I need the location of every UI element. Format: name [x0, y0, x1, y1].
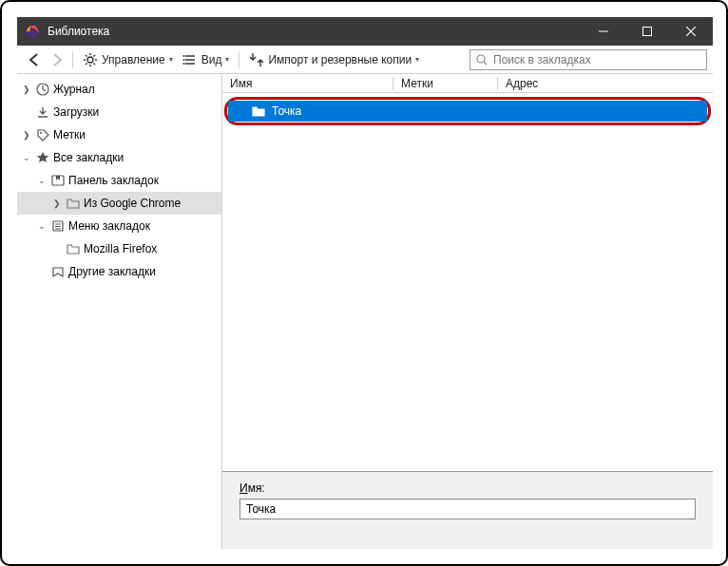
- chevron-down-icon: ▾: [415, 55, 419, 64]
- chevron-right-icon[interactable]: ❯: [21, 85, 32, 94]
- sidebar-label: Панель закладок: [68, 174, 159, 187]
- svg-line-13: [94, 55, 96, 57]
- import-menu[interactable]: Импорт и резервные копии ▾: [245, 50, 423, 69]
- svg-line-21: [484, 62, 487, 65]
- svg-point-5: [87, 57, 93, 63]
- svg-rect-2: [643, 28, 652, 36]
- chevron-right-icon[interactable]: ❯: [21, 130, 32, 140]
- bookmarks-menu-icon: [50, 218, 66, 234]
- import-export-icon: [249, 52, 264, 67]
- chevron-down-icon: ▾: [225, 55, 229, 64]
- svg-line-12: [86, 63, 87, 65]
- chevron-down-icon[interactable]: ⌄: [36, 176, 48, 185]
- sidebar-label: Все закладки: [53, 151, 124, 164]
- sidebar-item-menu-folder[interactable]: ⌄ Меню закладок: [17, 215, 221, 237]
- tag-icon: [35, 127, 50, 142]
- chevron-down-icon: ▾: [169, 55, 173, 64]
- manage-menu[interactable]: Управление ▾: [79, 50, 177, 69]
- column-address[interactable]: Адрес: [498, 77, 713, 90]
- svg-point-17: [182, 55, 184, 57]
- sidebar-label: Из Google Chrome: [84, 197, 181, 210]
- search-box[interactable]: [469, 49, 707, 70]
- sidebar-label: Метки: [53, 128, 86, 142]
- list-row-label: Точка: [272, 104, 301, 118]
- close-button[interactable]: [669, 17, 713, 46]
- sidebar-item-history[interactable]: ❯ Журнал: [17, 78, 221, 101]
- sidebar-item-other-bookmarks[interactable]: ❯ Другие закладки: [17, 260, 221, 283]
- minimize-button[interactable]: [582, 17, 625, 46]
- svg-point-19: [182, 63, 184, 65]
- window-title: Библиотека: [48, 25, 109, 38]
- main-panel: Имя Метки Адрес Точка Имя:: [222, 74, 713, 549]
- chevron-down-icon[interactable]: ⌄: [21, 153, 32, 162]
- import-label: Импорт и резервные копии: [268, 53, 412, 66]
- star-icon: [35, 150, 50, 165]
- sidebar-label: Другие закладки: [68, 265, 156, 278]
- search-input[interactable]: [491, 52, 700, 67]
- details-name-label: Имя:: [239, 481, 265, 495]
- sidebar-label: Меню закладок: [68, 219, 150, 233]
- manage-label: Управление: [102, 53, 165, 66]
- view-menu[interactable]: Вид ▾: [179, 50, 234, 69]
- view-label: Вид: [201, 53, 222, 66]
- chevron-right-icon[interactable]: ❯: [51, 198, 63, 208]
- maximize-button[interactable]: [625, 17, 669, 46]
- back-button[interactable]: [23, 50, 44, 69]
- column-name[interactable]: Имя: [222, 77, 393, 90]
- sidebar-item-from-chrome[interactable]: ❯ Из Google Chrome: [17, 192, 221, 215]
- firefox-icon: [25, 24, 40, 39]
- bookmarks-toolbar-icon: [50, 173, 66, 188]
- svg-point-20: [477, 55, 485, 63]
- folder-icon: [251, 104, 266, 119]
- chevron-down-icon[interactable]: ⌄: [36, 221, 48, 231]
- sidebar-label: Журнал: [53, 83, 95, 96]
- search-icon: [476, 54, 488, 66]
- sidebar: ❯ Журнал ❯ Загрузки ❯ Метки ⌄ Вс: [17, 74, 222, 549]
- other-bookmarks-icon: [50, 264, 66, 279]
- details-panel: Имя:: [222, 471, 713, 549]
- toolbar: Управление ▾ Вид ▾ Импорт и резервные ко…: [17, 46, 713, 74]
- sidebar-item-toolbar-folder[interactable]: ⌄ Панель закладок: [17, 169, 221, 192]
- svg-point-23: [40, 132, 42, 134]
- sidebar-item-downloads[interactable]: ❯ Загрузки: [17, 101, 221, 123]
- download-icon: [35, 104, 50, 120]
- sidebar-item-tags[interactable]: ❯ Метки: [17, 123, 221, 146]
- folder-icon: [66, 196, 81, 211]
- sidebar-item-all-bookmarks[interactable]: ⌄ Все закладки: [17, 146, 221, 169]
- list-icon: [182, 52, 198, 67]
- clock-icon: [35, 82, 50, 97]
- sidebar-item-mozilla[interactable]: ❯ Mozilla Firefox: [17, 237, 221, 260]
- svg-line-10: [86, 55, 87, 57]
- svg-point-18: [182, 59, 184, 61]
- folder-icon: [66, 241, 81, 256]
- forward-button: [46, 50, 67, 69]
- details-name-input[interactable]: [239, 499, 696, 519]
- bookmark-list[interactable]: Точка: [222, 93, 713, 471]
- gear-icon: [83, 52, 98, 67]
- sidebar-label: Загрузки: [53, 105, 99, 119]
- column-tags[interactable]: Метки: [393, 77, 498, 90]
- svg-line-11: [94, 63, 96, 65]
- list-row-selected[interactable]: Точка: [228, 101, 707, 122]
- sidebar-label: Mozilla Firefox: [84, 242, 157, 255]
- column-headers: Имя Метки Адрес: [222, 74, 713, 93]
- titlebar: Библиотека: [17, 17, 713, 46]
